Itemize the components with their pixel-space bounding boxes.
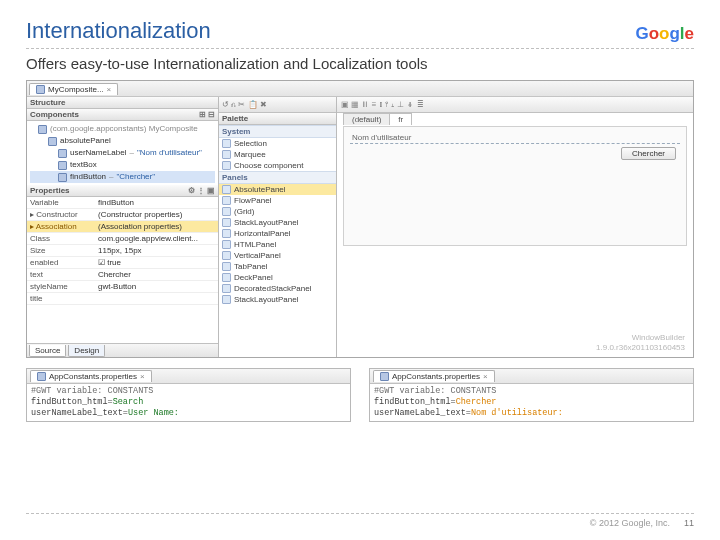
palette-item[interactable]: TabPanel: [219, 261, 336, 272]
code-panels: AppConstants.properties× #GWT variable: …: [26, 368, 694, 422]
prop-row[interactable]: enabled☑ true: [27, 257, 218, 269]
palette-item-label: Selection: [234, 139, 267, 148]
code-tab[interactable]: AppConstants.properties×: [30, 370, 152, 382]
code-tabbar: AppConstants.properties×: [370, 369, 693, 384]
palette-category[interactable]: System: [219, 125, 336, 138]
palette-item-label: DecoratedStackPanel: [234, 284, 311, 293]
palette-item[interactable]: HTMLPanel: [219, 239, 336, 250]
prop-key: Size: [27, 246, 95, 255]
code-body[interactable]: #GWT variable: CONSTANTS findButton_html…: [27, 384, 350, 421]
editor-mode-tabs: Source Design: [27, 343, 218, 357]
tree-root[interactable]: (com.google.appconstants) MyComposite: [30, 123, 215, 135]
prop-row[interactable]: textChercher: [27, 269, 218, 281]
panel-icon: [222, 262, 231, 271]
close-icon[interactable]: ×: [140, 372, 145, 381]
components-tree[interactable]: (com.google.appconstants) MyComposite ab…: [27, 121, 218, 185]
choose-icon: [222, 161, 231, 170]
palette-item-label: (Grid): [234, 207, 254, 216]
palette-item[interactable]: StackLayoutPanel: [219, 217, 336, 228]
locale-tab-fr[interactable]: fr: [389, 113, 412, 125]
tab-source[interactable]: Source: [29, 345, 66, 357]
palette-category[interactable]: Panels: [219, 171, 336, 184]
selection-guide: [350, 143, 680, 144]
divider: [26, 513, 694, 514]
ide-window: MyComposite... × Structure Components ⊞ …: [26, 80, 694, 358]
prop-val[interactable]: 115px, 15px: [95, 246, 218, 255]
palette-item[interactable]: FlowPanel: [219, 195, 336, 206]
structure-header: Structure: [27, 97, 218, 109]
palette-item-label: HTMLPanel: [234, 240, 276, 249]
locale-tabs: (default) fr: [343, 113, 411, 125]
palette[interactable]: System Selection Marquee Choose componen…: [219, 125, 336, 357]
panel-icon: [222, 295, 231, 304]
palette-item[interactable]: Marquee: [219, 149, 336, 160]
tree-node-selected[interactable]: findButton – "Chercher": [30, 171, 215, 183]
watermark: WindowBuilder 1.9.0.r36x201103160453: [596, 333, 685, 353]
button-icon: [58, 173, 67, 182]
panel-icon: [222, 218, 231, 227]
palette-item-label: FlowPanel: [234, 196, 271, 205]
palette-item[interactable]: VerticalPanel: [219, 250, 336, 261]
properties-tools[interactable]: ⚙ ⋮ ▣: [188, 186, 215, 195]
design-canvas[interactable]: (default) fr Nom d'utilisateur Chercher …: [337, 113, 693, 357]
tree-node[interactable]: textBox: [30, 159, 215, 171]
code-panel-en: AppConstants.properties× #GWT variable: …: [26, 368, 351, 422]
panel-icon: [222, 240, 231, 249]
panel-icon: [222, 185, 231, 194]
code-tab[interactable]: AppConstants.properties×: [373, 370, 495, 382]
widget-label[interactable]: Nom d'utilisateur: [352, 133, 411, 142]
widget-button[interactable]: Chercher: [621, 147, 676, 160]
prop-key: enabled: [27, 258, 95, 267]
palette-item[interactable]: Choose component: [219, 160, 336, 171]
tree-value: "Nom d'utilisateur": [137, 147, 202, 159]
prop-row[interactable]: Classcom.google.appview.client...: [27, 233, 218, 245]
prop-row[interactable]: styleNamegwt-Button: [27, 281, 218, 293]
canvas-toolbar[interactable]: ▣ ▦ ⫼ ≡ ⫿ ⫯ ⟂ ⊥ ⫳ ≣: [337, 97, 693, 113]
prop-val[interactable]: Chercher: [95, 270, 218, 279]
code-body[interactable]: #GWT variable: CONSTANTS findButton_html…: [370, 384, 693, 421]
prop-val[interactable]: findButton: [95, 198, 218, 207]
design-surface[interactable]: Nom d'utilisateur Chercher: [343, 126, 687, 246]
close-icon[interactable]: ×: [107, 85, 112, 94]
tree-label: absolutePanel: [60, 135, 111, 147]
locale-tab-default[interactable]: (default): [343, 113, 390, 125]
properties-grid[interactable]: VariablefindButton ▸ Constructor(Constru…: [27, 197, 218, 343]
prop-key: Class: [27, 234, 95, 243]
design-toolbar[interactable]: ↺ ⎌ ✂ 📋 ✖: [219, 97, 336, 113]
prop-row[interactable]: Size115px, 15px: [27, 245, 218, 257]
prop-val[interactable]: gwt-Button: [95, 282, 218, 291]
copyright: © 2012 Google, Inc.: [590, 518, 670, 528]
page-title: Internationalization: [26, 18, 211, 44]
palette-item[interactable]: DeckPanel: [219, 272, 336, 283]
prop-val[interactable]: true: [107, 258, 121, 267]
properties-header: Properties ⚙ ⋮ ▣: [27, 185, 218, 197]
marquee-icon: [222, 150, 231, 159]
panel-tools[interactable]: ⊞ ⊟: [199, 110, 215, 119]
prop-row[interactable]: VariablefindButton: [27, 197, 218, 209]
prop-row-selected[interactable]: ▸ Association(Association properties): [27, 221, 218, 233]
components-title: Components: [30, 110, 79, 119]
panel-icon: [222, 273, 231, 282]
prop-val[interactable]: (Association properties): [95, 222, 218, 231]
palette-item[interactable]: StackLayoutPanel: [219, 294, 336, 305]
file-icon: [36, 85, 45, 94]
properties-file-icon: [37, 372, 46, 381]
tree-node[interactable]: absolutePanel: [30, 135, 215, 147]
tree-node[interactable]: userNameLabel – "Nom d'utilisateur": [30, 147, 215, 159]
code-tab-label: AppConstants.properties: [49, 372, 137, 381]
palette-item[interactable]: HorizontalPanel: [219, 228, 336, 239]
prop-key: Variable: [27, 198, 95, 207]
prop-val[interactable]: (Constructor properties): [95, 210, 218, 219]
prop-row[interactable]: ▸ Constructor(Constructor properties): [27, 209, 218, 221]
close-icon[interactable]: ×: [483, 372, 488, 381]
palette-item[interactable]: Selection: [219, 138, 336, 149]
prop-row[interactable]: title: [27, 293, 218, 305]
editor-tab[interactable]: MyComposite... ×: [29, 83, 118, 95]
palette-item[interactable]: DecoratedStackPanel: [219, 283, 336, 294]
tab-design[interactable]: Design: [68, 345, 105, 357]
prop-key: styleName: [27, 282, 95, 291]
palette-item-selected[interactable]: AbsolutePanel: [219, 184, 336, 195]
panel-icon: [48, 137, 57, 146]
prop-val[interactable]: com.google.appview.client...: [95, 234, 218, 243]
palette-item[interactable]: (Grid): [219, 206, 336, 217]
